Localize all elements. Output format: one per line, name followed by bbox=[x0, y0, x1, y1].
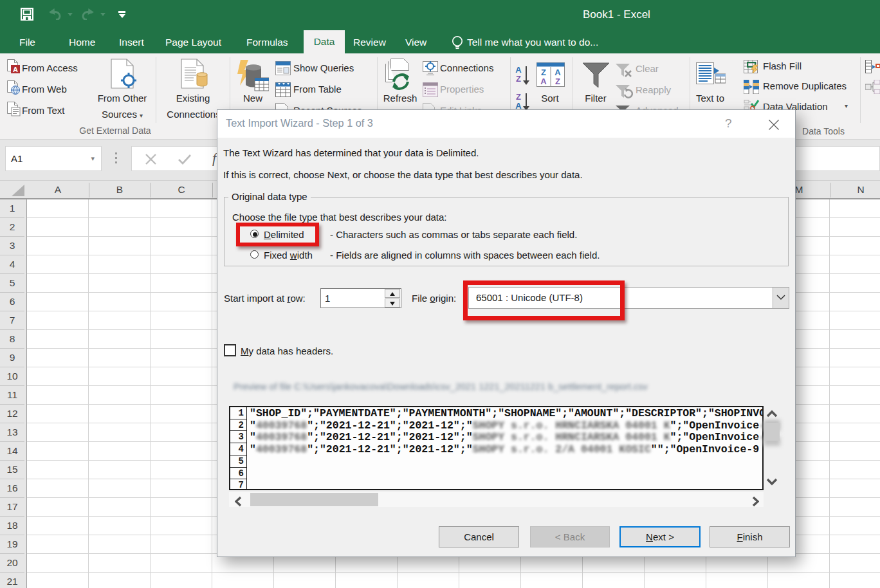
svg-text:A: A bbox=[515, 65, 522, 75]
svg-text:A: A bbox=[540, 77, 547, 86]
svg-text:Z: Z bbox=[555, 77, 560, 86]
svg-text:A: A bbox=[13, 66, 18, 73]
svg-text:A: A bbox=[555, 68, 561, 77]
svg-text:Z: Z bbox=[541, 68, 546, 77]
svg-text:Z: Z bbox=[516, 74, 521, 84]
svg-text:Z: Z bbox=[516, 92, 521, 102]
